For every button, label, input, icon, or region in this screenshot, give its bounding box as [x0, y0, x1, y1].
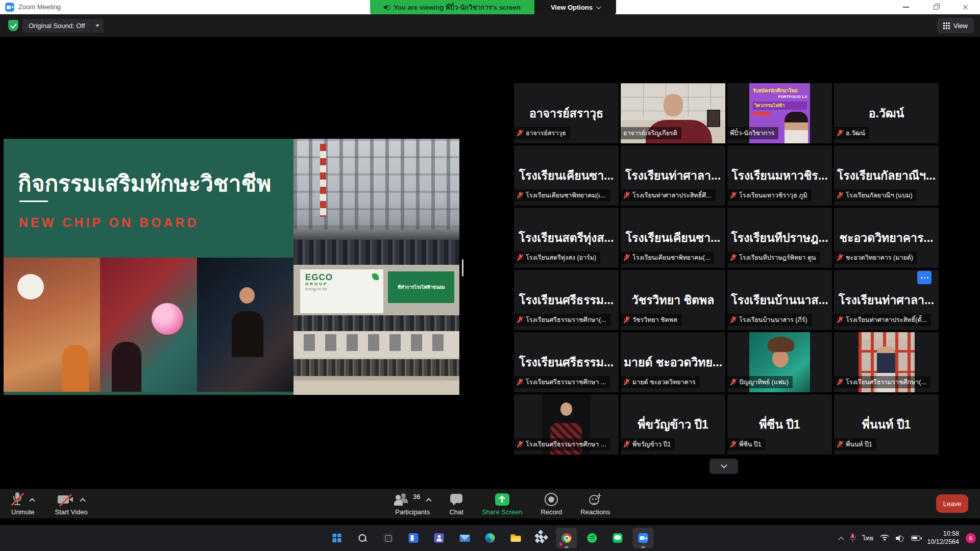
participant-tile[interactable]: วัชรวิทยา ชิตพล วัชรวิทยา ชิตพล: [621, 270, 725, 330]
audio-options-chevron[interactable]: [30, 498, 35, 504]
participant-tile[interactable]: ปัญญาทิพย์ (แฟม): [727, 332, 832, 392]
clock[interactable]: 10:58 10/12/2564: [927, 530, 959, 546]
egco-sign: EGCO GROUP Energy for life: [300, 269, 383, 313]
participant-tile[interactable]: พี่นนท์ ปี1 พี่นนท์ ปี1: [834, 394, 939, 455]
participant-label: โรงเรียนศรีธรรมราชศึกษา ...: [514, 438, 610, 450]
participants-options-chevron[interactable]: [426, 498, 432, 504]
reactions-icon: [589, 493, 601, 506]
view-options-button[interactable]: View Options: [534, 0, 616, 14]
participant-tile[interactable]: พี่ขวัญข้าว ปี1 พี่ขวัญข้าว ปี1: [621, 394, 725, 455]
teams-button[interactable]: [429, 528, 450, 548]
participant-tile[interactable]: โรงเรียนบ้านนาส... โรงเรียนบ้านนาสาร (ภี…: [727, 270, 832, 330]
muted-mic-icon: [730, 441, 737, 448]
leave-button[interactable]: Leave: [936, 494, 968, 513]
participant-tile[interactable]: มายด์ ชะอวดวิทย... มายด์ ชะอวดวิทยาคาร: [621, 332, 725, 392]
muted-mic-icon: [623, 379, 630, 386]
participant-tile[interactable]: อาจารย์สราวุธ อาจารย์สราวุธ: [514, 83, 619, 143]
restore-button[interactable]: [921, 0, 950, 14]
panel-resize-handle[interactable]: [462, 259, 463, 277]
participant-tile[interactable]: โรงเรียนท่าศาลา... โรงเรียนท่าศาลาประสิท…: [621, 145, 725, 206]
participant-tile-active-speaker[interactable]: อาจารย์เจริญเกียรติ: [621, 83, 725, 143]
muted-mic-icon: [517, 254, 523, 262]
edge-button[interactable]: [480, 528, 501, 548]
start-button[interactable]: [327, 528, 348, 548]
record-button[interactable]: Record: [541, 492, 562, 516]
view-button[interactable]: View: [937, 18, 974, 33]
participant-tile[interactable]: โรงเรียนทีปราษฎ... โรงเรียนทีปราษฎร์พิทย…: [727, 208, 832, 268]
dropbox-button[interactable]: [531, 528, 552, 548]
participant-tile[interactable]: โรงเรียนกัลยาณีฯ... โรงเรียนกัลยาณีฯ (แบ…: [834, 145, 939, 206]
mail-icon: [459, 535, 470, 542]
chrome-button[interactable]: [556, 528, 577, 548]
participant-tile[interactable]: รับสมัครนักศึกษาใหม่ PORTFOLIO 1.4 วิศวก…: [727, 83, 832, 143]
line-icon: [613, 533, 623, 543]
share-screen-button[interactable]: Share Screen: [482, 492, 523, 516]
participant-tile[interactable]: โรงเรียนมหาวชิร... โรงเรียนมหาวชิราวุธ ภ…: [727, 145, 832, 206]
muted-mic-icon: [517, 379, 523, 386]
original-sound-button[interactable]: Original Sound: Off: [22, 19, 91, 33]
poster-chip: [753, 112, 770, 115]
search-button[interactable]: [352, 528, 373, 548]
participant-label: อาจารย์เจริญเกียรติ: [621, 127, 681, 139]
close-button[interactable]: [950, 0, 980, 14]
muted-mic-icon: [837, 130, 843, 137]
chrome-icon: [562, 533, 572, 543]
participant-tile[interactable]: โรงเรียนศรีธรรม... โรงเรียนศรีธรรมราชศึก…: [514, 332, 619, 392]
zoom-app-button[interactable]: [633, 528, 654, 548]
file-explorer-button[interactable]: [505, 528, 526, 548]
tray-mic-icon[interactable]: [850, 534, 856, 542]
close-icon: [962, 4, 968, 10]
participant-label: โรงเรียนทีปราษฎร์พิทยา ตูน: [727, 252, 820, 264]
tray-overflow-chevron[interactable]: [838, 537, 844, 542]
participant-tile[interactable]: โรงเรียนเคียนซา... โรงเรียนเคียนซาพิทยาค…: [621, 208, 725, 268]
participant-label: โรงเรียนมหาวชิราวุธ ภูมิ: [727, 189, 812, 202]
spotify-button[interactable]: [582, 528, 603, 548]
line-button[interactable]: [607, 528, 628, 548]
participant-tile[interactable]: โรงเรียนศรีธรรม... โรงเรียนศรีธรรมราชศึก…: [514, 270, 619, 330]
wifi-icon[interactable]: [880, 535, 889, 542]
original-sound-dropdown[interactable]: [91, 19, 104, 33]
participant-tile[interactable]: โรงเรียนเคียนซา... โรงเรียนเคียนซาพิทยาค…: [514, 145, 619, 206]
muted-mic-icon: [837, 316, 843, 324]
blue-app-button[interactable]: [403, 528, 424, 548]
muted-mic-icon: [730, 379, 737, 386]
participant-tile[interactable]: โรงเรียนสตรีทุ่งส... โรงเรียนสตรีทุ่งสง …: [514, 208, 619, 268]
battery-icon[interactable]: [911, 536, 920, 541]
unmute-button[interactable]: Unmute: [11, 492, 35, 516]
window-app-button[interactable]: [378, 528, 399, 548]
language-indicator[interactable]: ไทย: [863, 533, 874, 543]
minimize-button[interactable]: [891, 0, 921, 14]
participants-icon: [394, 493, 409, 506]
reactions-button[interactable]: Reactions: [580, 492, 610, 516]
shared-screen-slide: กิจกรรมเสริมทักษะวิชาชีพ NEW CHIP ON BOA…: [4, 139, 459, 395]
participant-label: ปัญญาทิพย์ (แฟม): [727, 376, 793, 388]
participant-tile[interactable]: โรงเรียนศรีธรรมราชศึกษา ...: [514, 394, 619, 455]
volume-icon[interactable]: [896, 535, 904, 542]
participant-tile[interactable]: พี่ซีน ปี1 พี่ซีน ปี1: [727, 394, 832, 455]
spotify-icon: [587, 533, 597, 543]
dropdown-arrow-icon: [95, 24, 100, 27]
video-off-icon: [58, 493, 74, 506]
participant-label: ชะอวดวิทยาคาร (มายด์): [834, 252, 917, 264]
mail-button[interactable]: [454, 528, 475, 548]
windows-logo-icon: [333, 534, 341, 542]
participants-button[interactable]: 36 Participants: [394, 492, 431, 516]
notification-badge[interactable]: 6: [966, 533, 976, 543]
participant-label: โรงเรียนท่าศาลาประสิทธิ์(ดั้...: [834, 314, 931, 326]
more-options-button[interactable]: [917, 271, 932, 284]
video-options-chevron[interactable]: [80, 498, 85, 504]
egco-building-photo: EGCO GROUP Energy for life ที่ทำการโรงไฟ…: [293, 265, 459, 331]
participant-tile[interactable]: โรงเรียนท่าศาลา... โรงเรียนท่าศาลาประสิท…: [834, 270, 939, 330]
participant-tile[interactable]: ชะอวดวิทยาคาร... ชะอวดวิทยาคาร (มายด์): [834, 208, 939, 268]
participant-tile[interactable]: อ.วัฒน์ อ.วัฒน์: [834, 83, 939, 143]
security-shield-icon[interactable]: [8, 20, 18, 31]
edge-icon: [485, 533, 495, 543]
meeting-toolbar: Original Sound: Off View: [0, 14, 980, 37]
gallery-scroll-down-button[interactable]: [709, 459, 738, 474]
start-video-button[interactable]: Start Video: [55, 492, 88, 516]
slide-title: กิจกรรมเสริมทักษะวิชาชีพ: [18, 165, 271, 201]
minimize-icon: [903, 7, 909, 8]
chat-button[interactable]: Chat: [449, 492, 463, 516]
muted-mic-icon: [730, 316, 737, 324]
participant-tile[interactable]: โรงเรียนศรีธรรมราชศึกษา(...: [834, 332, 939, 392]
